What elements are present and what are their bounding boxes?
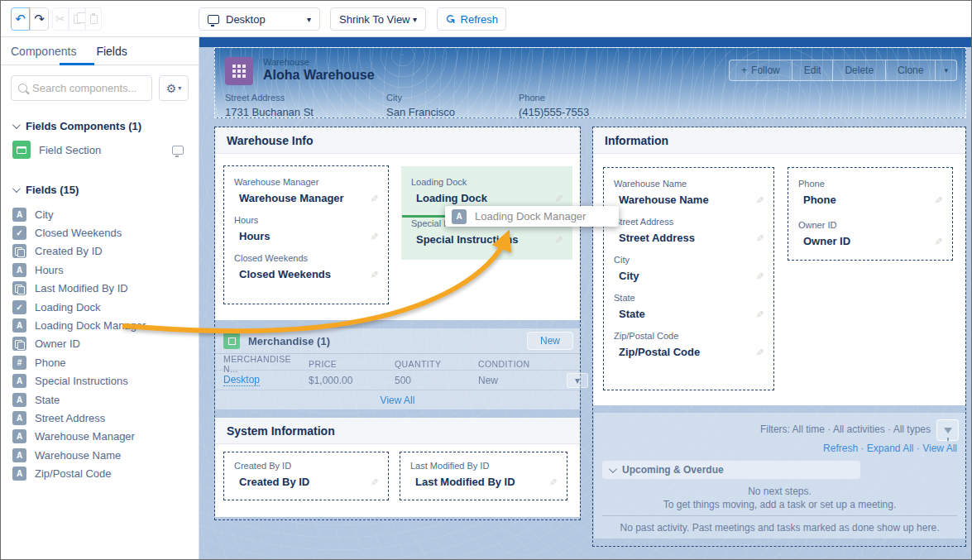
field-item-loading-dock[interactable]: ✓Loading Dock xyxy=(1,298,199,316)
activity-panel[interactable]: Filters: All time · All activities · All… xyxy=(594,413,965,538)
field-loading-dock[interactable]: Loading Dock Loading Dock✎ xyxy=(411,177,563,204)
fields-components-section-header[interactable]: Fields Components (1) xyxy=(1,119,199,132)
chevron-down-icon: ▾ xyxy=(413,15,417,24)
field-city[interactable]: City City✎ xyxy=(614,255,764,282)
cut-button[interactable]: ✂ xyxy=(52,7,69,31)
search-input[interactable] xyxy=(32,82,145,94)
checkbox-field-icon: ✓ xyxy=(12,226,26,240)
edit-pencil-icon[interactable]: ✎ xyxy=(368,232,380,240)
new-merchandise-button[interactable]: New xyxy=(527,332,573,350)
palette-item-field-section[interactable]: Field Section xyxy=(12,139,199,160)
field-owner-id[interactable]: Owner ID Owner ID✎ xyxy=(798,220,942,247)
follow-button[interactable]: +Follow xyxy=(729,60,792,81)
activity-filters-summary: Filters: All time · All activities · All… xyxy=(760,424,931,435)
activity-empty-title: No next steps. xyxy=(594,486,965,497)
text-field-icon: A xyxy=(12,411,26,425)
device-selector-dropdown[interactable]: Desktop ▾ xyxy=(199,7,320,31)
refresh-button[interactable]: ↻ Refresh xyxy=(437,7,506,31)
field-last-modified-by-id[interactable]: Last Modified By ID Last Modified By ID✎ xyxy=(400,452,567,500)
fields-section-header[interactable]: Fields (15) xyxy=(1,183,199,196)
more-actions-button[interactable]: ▾ xyxy=(936,60,957,81)
redo-button[interactable]: ↷ xyxy=(30,7,49,31)
tab-fields[interactable]: Fields xyxy=(86,45,136,58)
row-actions-button[interactable]: ▾ xyxy=(567,373,588,388)
merchandise-related-list[interactable]: Merchandise (1) New MERCHANDISE N... PRI… xyxy=(215,328,580,409)
clone-button[interactable]: Clone xyxy=(886,60,936,81)
information-right-column[interactable]: Phone Phone✎ Owner ID Owner ID✎ xyxy=(788,167,953,261)
canvas-right-region[interactable]: Information Warehouse Name Warehouse Nam… xyxy=(592,127,966,547)
field-warehouse-manager[interactable]: Warehouse Manager Warehouse Manager✎ xyxy=(234,177,378,204)
field-created-by-id[interactable]: Created By ID Created By ID✎ xyxy=(223,452,389,500)
edit-pencil-icon[interactable]: ✎ xyxy=(754,347,765,356)
number-field-icon: # xyxy=(12,356,26,370)
edit-pencil-icon[interactable]: ✎ xyxy=(754,309,765,318)
information-left-column[interactable]: Warehouse Name Warehouse Name✎ Street Ad… xyxy=(603,167,774,390)
field-item-warehouse-name[interactable]: AWarehouse Name xyxy=(1,446,199,464)
field-item-city[interactable]: ACity xyxy=(1,205,199,223)
field-item-state[interactable]: AState xyxy=(1,390,199,409)
activity-filter-button[interactable] xyxy=(936,419,959,441)
field-item-loading-dock-manager[interactable]: ALoading Dock Manager xyxy=(1,316,199,334)
canvas-left-region[interactable]: Warehouse Info Warehouse Manager Warehou… xyxy=(214,127,581,520)
search-components-box[interactable] xyxy=(11,75,152,101)
upcoming-overdue-section[interactable]: Upcoming & Overdue xyxy=(602,461,860,479)
chevron-down-icon: ▾ xyxy=(307,15,311,24)
edit-button[interactable]: Edit xyxy=(792,60,834,81)
information-card: Information Warehouse Name Warehouse Nam… xyxy=(593,127,965,405)
field-hours[interactable]: Hours Hours✎ xyxy=(234,215,378,242)
warehouse-info-left-column[interactable]: Warehouse Manager Warehouse Manager✎ Hou… xyxy=(223,165,389,304)
merchandise-table-header: MERCHANDISE N... PRICE QUANTITY CONDITIO… xyxy=(215,353,580,370)
chevron-down-icon xyxy=(12,121,21,129)
edit-pencil-icon[interactable]: ✎ xyxy=(553,235,564,243)
field-item-street-address[interactable]: AStreet Address xyxy=(1,409,199,427)
activity-divider xyxy=(602,515,957,516)
chevron-down-icon: ▾ xyxy=(944,66,948,74)
edit-pencil-icon[interactable]: ✎ xyxy=(932,195,944,203)
highlights-panel[interactable]: Warehouse Aloha Warehouse +Follow Edit D… xyxy=(214,47,966,118)
field-item-hours[interactable]: AHours xyxy=(1,261,199,279)
warehouse-record-icon xyxy=(225,57,253,85)
tab-components[interactable]: Components xyxy=(1,45,86,58)
edit-pencil-icon[interactable]: ✎ xyxy=(932,237,944,245)
funnel-icon xyxy=(944,428,952,433)
edit-pencil-icon[interactable]: ✎ xyxy=(368,194,380,202)
field-street-address[interactable]: Street Address Street Address✎ xyxy=(614,217,764,244)
field-item-phone[interactable]: #Phone xyxy=(1,353,199,371)
activity-refresh-link[interactable]: Refresh xyxy=(823,443,858,454)
paste-button[interactable] xyxy=(85,7,102,31)
edit-pencil-icon[interactable]: ✎ xyxy=(754,233,765,242)
record-actions: +Follow Edit Delete Clone ▾ xyxy=(729,60,957,81)
field-item-owner-id[interactable]: Owner ID xyxy=(1,335,199,353)
palette-settings-button[interactable]: ⚙ ▾ xyxy=(159,75,189,101)
field-item-created-by-id[interactable]: Created By ID xyxy=(1,242,199,261)
field-phone[interactable]: Phone Phone✎ xyxy=(798,179,942,206)
edit-pencil-icon[interactable]: ✎ xyxy=(754,271,765,280)
activity-expand-all-link[interactable]: Expand All xyxy=(867,443,914,454)
activity-view-all-link[interactable]: View All xyxy=(922,443,957,454)
merchandise-name-link[interactable]: Desktop xyxy=(223,374,260,386)
view-all-link[interactable]: View All xyxy=(215,390,580,409)
field-closed-weekends[interactable]: Closed Weekends Closed Weekends✎ xyxy=(234,253,378,280)
edit-pencil-icon[interactable]: ✎ xyxy=(553,194,564,202)
field-item-closed-weekends[interactable]: ✓Closed Weekends xyxy=(1,223,199,242)
checkbox-field-icon: ✓ xyxy=(12,300,26,314)
edit-pencil-icon[interactable]: ✎ xyxy=(547,477,558,486)
field-item-zip-postal-code[interactable]: AZip/Postal Code xyxy=(1,464,199,482)
edit-pencil-icon[interactable]: ✎ xyxy=(368,270,380,278)
field-item-special-instructions[interactable]: ASpecial Instructions xyxy=(1,372,199,390)
field-state[interactable]: State State✎ xyxy=(614,293,764,320)
activity-past-text: No past activity. Past meetings and task… xyxy=(594,522,965,534)
field-zip-postal-code[interactable]: Zip/Postal Code Zip/Postal Code✎ xyxy=(614,331,764,358)
entity-label: Warehouse xyxy=(263,57,309,67)
field-item-last-modified-by-id[interactable]: Last Modified By ID xyxy=(1,280,199,298)
field-item-warehouse-manager[interactable]: AWarehouse Manager xyxy=(1,428,199,446)
field-warehouse-name[interactable]: Warehouse Name Warehouse Name✎ xyxy=(614,179,764,206)
undo-icon: ↶ xyxy=(15,12,26,26)
view-scale-dropdown[interactable]: Shrink To View ▾ xyxy=(330,7,426,31)
drag-ghost-loading-dock-manager[interactable]: A Loading Dock Manager xyxy=(445,206,619,227)
delete-button[interactable]: Delete xyxy=(833,60,886,81)
edit-pencil-icon[interactable]: ✎ xyxy=(368,477,380,486)
edit-pencil-icon[interactable]: ✎ xyxy=(754,195,765,203)
undo-button[interactable]: ↶ xyxy=(11,7,30,31)
copy-button[interactable] xyxy=(69,7,85,31)
